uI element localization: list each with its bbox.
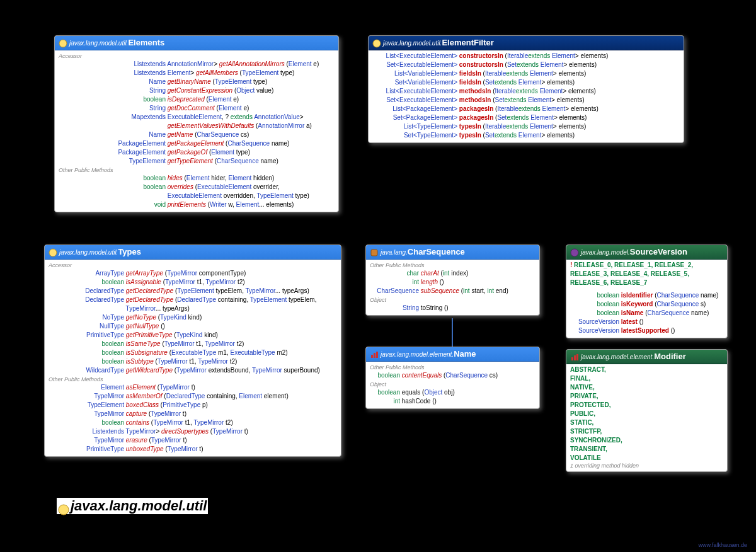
method-row: boolean isSubsignature (ExecutableType m… <box>49 348 337 357</box>
name-rows1: boolean contentEquals (CharSequence cs) <box>370 371 536 380</box>
types-header: javax.lang.model.util.Types <box>45 245 341 260</box>
method-row: boolean isName (CharSequence name) <box>570 309 723 318</box>
method-row: NullType getNullType () <box>49 322 337 331</box>
svg-point-0 <box>59 40 67 47</box>
types-accessor-rows: ArrayType getArrayType (TypeMirror compo… <box>49 269 337 375</box>
method-row: boolean isAssignable (TypeMirror t1, Typ… <box>49 278 337 287</box>
section-label: Accessor <box>49 262 337 268</box>
method-row: boolean equals (Object obj) <box>370 388 536 397</box>
section-label: Other Public Methods <box>49 376 337 382</box>
method-row: List<VariableElement> fieldsIn (Iterable… <box>372 69 680 78</box>
types-other-rows: Element asElement (TypeMirror t)TypeMirr… <box>49 383 337 454</box>
method-row: Set<ExecutableElement> constructorsIn (S… <box>372 60 680 69</box>
svg-rect-5 <box>374 353 375 358</box>
enum-icon <box>570 353 579 362</box>
svg-rect-4 <box>371 355 373 358</box>
method-row: ArrayType getArrayType (TypeMirror compo… <box>49 269 337 278</box>
method-row: PackageElement getPackageOf (Element typ… <box>59 148 335 157</box>
name-rows2: boolean equals (Object obj)int hashCode … <box>370 388 536 406</box>
method-row: String getDocComment (Element e) <box>59 104 335 113</box>
section-label: Other Public Methods <box>370 364 536 371</box>
section-label: Other Public Methods <box>370 262 536 268</box>
svg-rect-10 <box>576 354 578 360</box>
svg-point-1 <box>373 40 381 47</box>
method-row: WildcardType getWildcardType (TypeMirror… <box>49 366 337 375</box>
section-label: Other Public Methods <box>59 167 335 173</box>
method-row: CharSequence subSequence (int start, int… <box>370 287 536 296</box>
method-row: SourceVersion latestSupported () <box>570 326 723 335</box>
method-row: TypeMirror erasure (TypeMirror t) <box>49 436 337 445</box>
method-row: void printElements (Writer w, Element...… <box>59 200 335 209</box>
svg-rect-3 <box>371 250 377 256</box>
method-row: Name getName (CharSequence cs) <box>59 130 335 139</box>
class-icon <box>372 39 381 48</box>
method-row: Set<PackageElement> packagesIn (Setexten… <box>372 113 680 122</box>
method-row: List<ExecutableElement> methodsIn (Itera… <box>372 87 680 96</box>
enum-icon <box>570 248 579 257</box>
method-row: boolean contentEquals (CharSequence cs) <box>370 371 536 380</box>
enum-constant: STATIC, <box>570 418 723 427</box>
enum-constant: NATIVE, <box>570 383 723 392</box>
class-icon <box>370 248 379 257</box>
charsequence-header: java.lang.CharSequence <box>366 245 539 260</box>
elementfilter-header: javax.lang.model.util.ElementFilter <box>369 36 684 50</box>
method-row: TypeElement boxedClass (PrimitiveType p) <box>49 401 337 410</box>
sourceversion-constants: ! RELEASE_0, RELEASE_1, RELEASE_2, RELEA… <box>570 261 723 287</box>
method-row: boolean isDeprecated (Element e) <box>59 95 335 104</box>
method-row: String getConstantExpression (Object val… <box>59 86 335 95</box>
method-row: PrimitiveType getPrimitiveType (TypeKind… <box>49 331 337 340</box>
elements-other-rows: boolean hides (Element hider, Element hi… <box>59 174 335 209</box>
svg-rect-9 <box>574 355 576 360</box>
method-row: boolean isSameType (TypeMirror t1, TypeM… <box>49 340 337 348</box>
method-row: TypeMirror... typeArgs) <box>49 304 337 313</box>
elements-header: javax.lang.model.util.Elements <box>55 36 338 50</box>
charseq-rows2: String toString () <box>370 304 536 313</box>
interface-icon <box>49 248 57 257</box>
method-row: Listextends AnnotationMirror> getAllAnno… <box>59 60 335 69</box>
modifier-box: javax.lang.model.element.Modifier ABSTRA… <box>566 349 728 472</box>
interface-icon <box>59 39 67 48</box>
method-row: SourceVersion latest () <box>570 318 723 326</box>
svg-rect-6 <box>376 352 378 358</box>
section-label: Accessor <box>59 53 335 59</box>
method-row: boolean isIdentifier (CharSequence name) <box>570 291 723 300</box>
name-box: javax.lang.model.element.Name Other Publ… <box>365 347 540 409</box>
section-label: Object <box>370 381 536 388</box>
method-row: Set<TypeElement> typesIn (Setextends Ele… <box>372 131 680 140</box>
elements-box: javax.lang.model.util.Elements Accessor … <box>54 35 339 212</box>
method-row: List<ExecutableElement> constructorsIn (… <box>372 52 680 60</box>
method-row: boolean overrides (ExecutableElement ove… <box>59 183 335 192</box>
method-row: Set<VariableElement> fieldsIn (Setextend… <box>372 78 680 87</box>
svg-rect-8 <box>571 357 573 360</box>
method-row: int length () <box>370 278 536 287</box>
method-row: boolean contains (TypeMirror t1, TypeMir… <box>49 418 337 427</box>
method-row: PrimitiveType unboxedType (TypeMirror t) <box>49 445 337 454</box>
charsequence-box: java.lang.CharSequence Other Public Meth… <box>365 244 540 316</box>
enum-constant: VOLATILE <box>570 454 723 463</box>
method-row: Name getBinaryName (TypeElement type) <box>59 78 335 86</box>
method-row: Set<ExecutableElement> methodsIn (Setext… <box>372 96 680 105</box>
svg-point-2 <box>49 249 57 256</box>
elementfilter-box: javax.lang.model.util.ElementFilter List… <box>368 35 684 143</box>
enum-constant: ABSTRACT, <box>570 365 723 374</box>
modifier-note: 1 overriding method hidden <box>570 463 723 469</box>
modifier-header: javax.lang.model.element.Modifier <box>566 350 727 364</box>
connector-line <box>452 318 453 347</box>
charseq-rows1: char charAt (int index)int length ()Char… <box>370 269 536 296</box>
method-row: List<TypeElement> typesIn (Iterableexten… <box>372 122 680 131</box>
method-row: char charAt (int index) <box>370 269 536 278</box>
method-row: String toString () <box>370 304 536 313</box>
svg-point-11 <box>59 505 69 515</box>
enum-constant: SYNCHRONIZED, <box>570 436 723 445</box>
interface-icon <box>370 350 379 359</box>
svg-point-7 <box>571 249 578 256</box>
method-row: Element asElement (TypeMirror t) <box>49 383 337 392</box>
sourceversion-box: javax.lang.model.SourceVersion ! RELEASE… <box>566 244 728 338</box>
sourceversion-header: javax.lang.model.SourceVersion <box>566 245 727 260</box>
package-title: javax.lang.model.util <box>57 498 208 514</box>
credit-link[interactable]: www.falkhausen.de <box>698 542 747 548</box>
elementfilter-rows: List<ExecutableElement> constructorsIn (… <box>369 50 684 142</box>
enum-constant: PRIVATE, <box>570 392 723 401</box>
method-row: TypeMirror asMemberOf (DeclaredType cont… <box>49 392 337 401</box>
method-row: boolean isKeyword (CharSequence s) <box>570 300 723 309</box>
